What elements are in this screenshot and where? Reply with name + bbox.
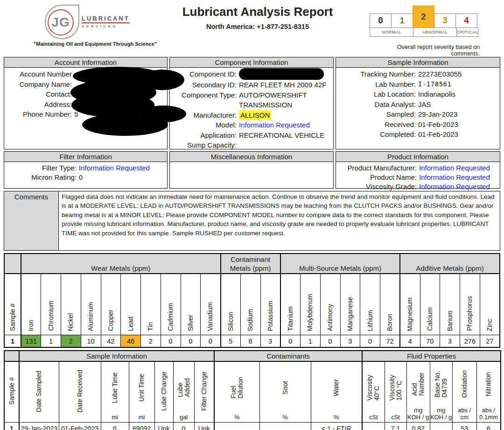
column-header-lube-time: Lube Timemi: [101, 361, 129, 423]
rotated-label: Sample #: [9, 303, 16, 331]
field-label: Component ID:: [170, 69, 239, 80]
rotated-label: Viscosity 100 °C: [389, 375, 403, 401]
severity-scale-cells: 01234: [370, 6, 480, 28]
report-header: JG LUBRICANT SERVICES "Maintaining Oil a…: [0, 0, 504, 54]
cell-copper: 42: [101, 335, 121, 348]
info-grid-top: Account InformationAccount NumberCompany…: [0, 57, 504, 149]
cell-magnesium: 4: [400, 335, 420, 348]
cell-date-received: 01-Feb-2023: [59, 423, 101, 430]
info-row: Product Manufacturer:Information Request…: [336, 163, 500, 173]
section-rows: Tracking Number:22273E03055Lab Number:I-…: [336, 68, 500, 140]
column-header-acid-number: Acid Numbermg KOH / g: [406, 361, 430, 423]
rotated-label-wrap: Soot: [282, 362, 289, 414]
rotated-label: Potassium: [267, 301, 274, 331]
unit-label: abs / 0.1mm: [479, 407, 498, 422]
rotated-label: Phosphorus: [466, 296, 473, 331]
rotated-label-wrap: Lube Change: [161, 362, 168, 421]
phone-number: +1-877-251-8315: [257, 23, 309, 30]
cell-date-sampled: 29-Jan-2023: [19, 423, 59, 430]
info-requested-link[interactable]: Information Requested: [419, 182, 500, 191]
field-value: [74, 79, 167, 90]
rotated-label: Nickel: [67, 313, 74, 331]
section-title: Account Information: [4, 57, 167, 68]
rotated-label: Lead: [127, 317, 134, 331]
rotated-label: Lube Time: [112, 373, 119, 403]
phone-label: North America:: [206, 23, 255, 30]
field-value: 01-Feb-2023: [418, 129, 500, 140]
cell-calcium: 70: [420, 335, 440, 348]
field-label: Model:: [170, 120, 239, 130]
field-label: Lab Number:: [336, 79, 418, 90]
cell-lead: 46: [121, 335, 141, 348]
column-header-viscosity-40-c: Viscosity 40°CcSt: [362, 361, 385, 423]
field-value: [74, 89, 167, 99]
column-header-cadmium: Cadmium: [161, 274, 181, 335]
cell-phosphorus: 276: [460, 335, 480, 348]
column-header-date-sampled: Date Sampled: [19, 361, 59, 423]
field-value: RECREATIONAL VEHICLE: [239, 130, 333, 141]
rotated-label-wrap: Nitration: [485, 362, 492, 407]
redaction-blob: [239, 68, 324, 80]
rotated-label: Antimony: [327, 304, 334, 331]
field-label: Product Manufacturer:: [336, 163, 419, 173]
column-header-soot: Soot%: [259, 361, 311, 423]
section-title: Product Information: [336, 152, 500, 162]
severity-scale-bands: NORMALABNORMALCRITICAL: [370, 28, 480, 37]
info-requested-link[interactable]: Information Requested: [419, 163, 500, 173]
cell-water: <.1 - FTIR: [311, 423, 362, 430]
unit-label: cSt: [369, 414, 378, 422]
rotated-label: Chromium: [48, 301, 55, 331]
cell-zinc: 27: [480, 335, 500, 348]
unit-label: mi: [112, 414, 118, 422]
rotated-label: Magnesium: [406, 297, 413, 331]
unit-label: mg KOH / g: [407, 407, 429, 422]
info-row: Sump Capacity:: [170, 140, 333, 150]
metals-table: Wear Metals (ppm)Contaminant Metals (ppm…: [4, 253, 500, 348]
info-requested-link[interactable]: Information Requested: [419, 173, 500, 182]
phone-line: North America: +1-877-251-8315: [146, 23, 370, 30]
field-value: [239, 140, 333, 150]
column-header-inner: Acid Numbermg KOH / g: [407, 362, 430, 422]
rotated-label: Titanium: [287, 306, 294, 331]
column-header-inner: Nitrationabs / 0.1mm: [477, 362, 501, 422]
rotated-label: Lithium: [367, 310, 374, 331]
field-label: Received:: [336, 120, 418, 130]
rotated-label: Boron: [386, 314, 393, 331]
group-header: Wear Metals (ppm): [21, 254, 221, 274]
field-value: ALLISON: [239, 110, 271, 120]
column-header-inner: Viscosity 40°CcSt: [363, 362, 385, 422]
info-requested-link[interactable]: Information Requested: [79, 163, 167, 173]
info-requested-link[interactable]: Information Requested: [239, 120, 333, 130]
rotated-label: Date Sampled: [35, 371, 42, 412]
column-header-lube-change: Lube Change: [154, 361, 173, 423]
rotated-label-wrap: Filter Change: [201, 362, 208, 421]
severity-cell-3: 3: [434, 14, 456, 28]
rotated-label: Soot: [282, 381, 289, 395]
column-header-water: Water%: [311, 361, 362, 423]
cell-aluminum: 10: [81, 335, 101, 348]
field-label: Sampled:: [336, 109, 418, 120]
field-label: Account Number: [4, 69, 74, 79]
rotated-label: Lube Added: [177, 378, 191, 397]
column-header-molybdenum: Molybdenum: [301, 274, 321, 335]
field-value: 29-Jan-2023: [418, 109, 500, 120]
field-value: JAS: [418, 99, 500, 110]
rotated-label-wrap: Acid Number: [411, 362, 425, 407]
column-header-fuel-dilution: Fuel Dilution%: [214, 361, 259, 423]
column-header-date-received: Date Received: [59, 361, 101, 423]
rotated-label: Base No. D4739: [434, 371, 448, 398]
column-header-inner: Water%: [311, 362, 362, 422]
unit-label: cSt: [391, 414, 400, 422]
info-row: Viscosity Grade:Information Requested: [336, 182, 500, 191]
field-label: Sump Capacity:: [170, 140, 239, 150]
group-header: Sample Information: [19, 351, 214, 361]
column-header-inner: Date Sampled: [20, 362, 59, 422]
cell-boron: 72: [380, 335, 400, 348]
comments-label: Comments: [4, 191, 59, 250]
cell-acid-number: 0.87: [406, 423, 430, 430]
info-row: Completed:01-Feb-2023: [336, 129, 500, 140]
cell-titanium: 0: [280, 335, 301, 348]
bottom-column-header-row: Sample #Date SampledDate ReceivedLube Ti…: [4, 361, 501, 423]
section-rows: Component ID:Secondary ID:REAR FLEET MH …: [170, 68, 333, 150]
column-header-titanium: Titanium: [280, 274, 301, 335]
